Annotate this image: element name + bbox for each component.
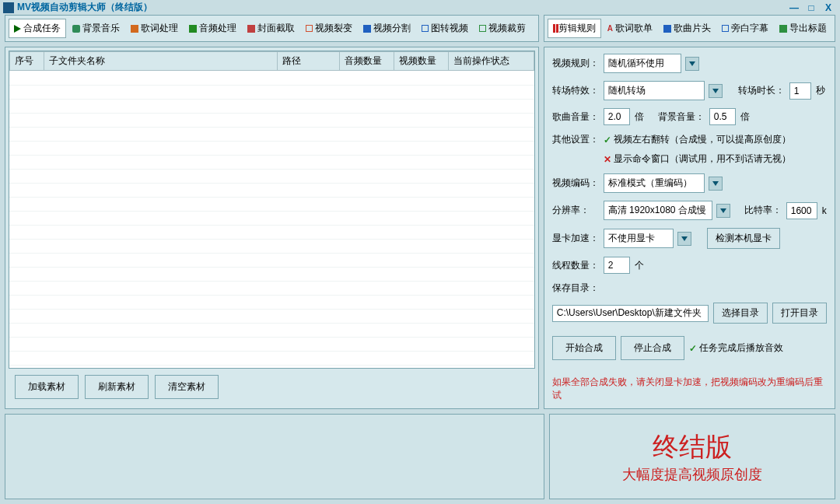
start-button[interactable]: 开始合成 xyxy=(552,336,616,360)
gpu-dropdown-icon[interactable] xyxy=(677,232,691,246)
table-row[interactable] xyxy=(9,323,534,337)
titlebar: MV视频自动剪辑大师（终结版） — □ X xyxy=(0,0,840,15)
table-row[interactable] xyxy=(9,211,534,225)
song-vol-label: 歌曲音量： xyxy=(552,110,599,124)
table-row[interactable] xyxy=(9,71,534,85)
tab-crack[interactable]: 视频裂变 xyxy=(301,19,357,38)
table-row[interactable] xyxy=(9,281,534,295)
maximize-button[interactable]: □ xyxy=(803,2,820,13)
crop-icon xyxy=(479,25,486,32)
col-header-3[interactable]: 音频数量 xyxy=(339,52,394,71)
bg-vol-input[interactable] xyxy=(709,108,736,125)
flip-checkbox[interactable]: ✓视频左右翻转（合成慢，可以提高原创度） xyxy=(604,133,791,146)
song-vol-input[interactable] xyxy=(604,108,630,125)
refresh-material-button[interactable]: 刷新素材 xyxy=(85,375,149,399)
audio-icon xyxy=(189,25,197,33)
resolution-label: 分辨率： xyxy=(552,204,599,217)
resolution-dropdown-icon[interactable] xyxy=(716,204,730,218)
table-row[interactable] xyxy=(9,253,534,267)
crack-icon xyxy=(306,25,313,32)
window-title: MV视频自动剪辑大师（终结版） xyxy=(17,1,152,14)
encode-dropdown-icon[interactable] xyxy=(709,177,723,191)
load-material-button[interactable]: 加载素材 xyxy=(15,375,79,399)
thread-unit: 个 xyxy=(635,259,644,272)
table-row[interactable] xyxy=(9,295,534,309)
save-path-input[interactable] xyxy=(552,305,709,322)
table-row[interactable] xyxy=(9,99,534,113)
col-header-1[interactable]: 子文件夹名称 xyxy=(44,52,278,71)
video-rule-dropdown-icon[interactable] xyxy=(685,57,699,71)
rotate-icon xyxy=(422,25,429,32)
film-icon xyxy=(663,25,671,33)
table-row[interactable] xyxy=(9,197,534,211)
warning-text: 如果全部合成失败，请关闭显卡加速，把视频编码改为重编码后重试 xyxy=(552,376,827,402)
app-icon xyxy=(3,2,14,13)
tab-crop[interactable]: 视频裁剪 xyxy=(474,19,530,38)
transition-select[interactable]: 随机转场 xyxy=(604,81,705,100)
tab-play[interactable]: 合成任务 xyxy=(9,19,66,38)
task-table: 序号子文件夹名称路径音频数量视频数量当前操作状态 xyxy=(9,51,535,369)
col-header-5[interactable]: 当前操作状态 xyxy=(448,52,534,71)
split-icon xyxy=(363,25,371,33)
transition-dur-unit: 秒 xyxy=(816,84,825,97)
transition-dropdown-icon[interactable] xyxy=(709,84,723,98)
right-toolbar: 剪辑规则A歌词歌单歌曲片头旁白字幕导出标题 xyxy=(544,15,835,42)
cover-icon xyxy=(247,25,255,33)
table-row[interactable] xyxy=(9,267,534,281)
other-settings-label: 其他设置： xyxy=(552,133,599,146)
clear-material-button[interactable]: 清空素材 xyxy=(155,375,219,399)
bitrate-unit: k xyxy=(822,205,827,216)
gpu-select[interactable]: 不使用显卡 xyxy=(604,229,674,248)
encode-select[interactable]: 标准模式（重编码） xyxy=(604,173,705,193)
transition-dur-input[interactable] xyxy=(789,82,811,100)
table-row[interactable] xyxy=(9,183,534,197)
choose-dir-button[interactable]: 选择目录 xyxy=(713,303,768,324)
sub-icon xyxy=(722,25,729,32)
col-header-2[interactable]: 路径 xyxy=(277,52,339,71)
tab-lyric[interactable]: 歌词处理 xyxy=(126,19,183,38)
tab-right-1[interactable]: A歌词歌单 xyxy=(603,19,657,38)
video-rule-select[interactable]: 随机循环使用 xyxy=(604,54,681,73)
table-row[interactable] xyxy=(9,141,534,155)
thread-input[interactable] xyxy=(604,257,630,274)
cross-icon: ✕ xyxy=(604,154,611,165)
tab-music[interactable]: 背景音乐 xyxy=(68,19,124,38)
table-row[interactable] xyxy=(9,127,534,141)
resolution-select[interactable]: 高清 1920x1080 合成慢 xyxy=(604,201,712,220)
song-vol-unit: 倍 xyxy=(635,110,644,124)
table-row[interactable] xyxy=(9,113,534,127)
col-header-4[interactable]: 视频数量 xyxy=(394,52,448,71)
play-sound-checkbox[interactable]: ✓任务完成后播放音效 xyxy=(689,341,783,355)
tab-cover[interactable]: 封面截取 xyxy=(243,19,299,38)
table-row[interactable] xyxy=(9,309,534,323)
table-row[interactable] xyxy=(9,239,534,253)
log-panel xyxy=(5,414,544,499)
table-row[interactable] xyxy=(9,85,534,99)
show-cmd-checkbox[interactable]: ✕显示命令窗口（调试用，用不到话请无视） xyxy=(604,152,791,166)
promo-subtitle: 大幅度提高视频原创度 xyxy=(622,465,762,484)
tab-audio[interactable]: 音频处理 xyxy=(184,19,241,38)
close-button[interactable]: X xyxy=(820,2,837,13)
detect-gpu-button[interactable]: 检测本机显卡 xyxy=(707,228,780,249)
table-row[interactable] xyxy=(9,337,534,351)
tab-right-4[interactable]: 导出标题 xyxy=(775,19,831,38)
transition-label: 转场特效： xyxy=(552,84,599,97)
left-toolbar: 合成任务背景音乐歌词处理音频处理封面截取视频裂变视频分割图转视频视频裁剪 xyxy=(5,15,539,42)
table-row[interactable] xyxy=(9,225,534,239)
bitrate-label: 比特率： xyxy=(744,204,782,217)
col-header-0[interactable]: 序号 xyxy=(10,52,44,71)
table-row[interactable] xyxy=(9,351,534,365)
tab-rotate[interactable]: 图转视频 xyxy=(417,19,473,38)
table-row[interactable] xyxy=(9,155,534,169)
open-dir-button[interactable]: 打开目录 xyxy=(772,303,827,324)
tab-right-0[interactable]: 剪辑规则 xyxy=(548,19,601,38)
tab-split[interactable]: 视频分割 xyxy=(359,19,415,38)
bg-vol-label: 背景音量： xyxy=(658,110,705,124)
minimize-button[interactable]: — xyxy=(786,2,803,13)
thread-label: 线程数量： xyxy=(552,259,599,272)
stop-button[interactable]: 停止合成 xyxy=(621,336,684,360)
bitrate-input[interactable] xyxy=(786,202,817,219)
table-row[interactable] xyxy=(9,169,534,183)
tab-right-2[interactable]: 歌曲片头 xyxy=(659,19,716,38)
tab-right-3[interactable]: 旁白字幕 xyxy=(717,19,773,38)
